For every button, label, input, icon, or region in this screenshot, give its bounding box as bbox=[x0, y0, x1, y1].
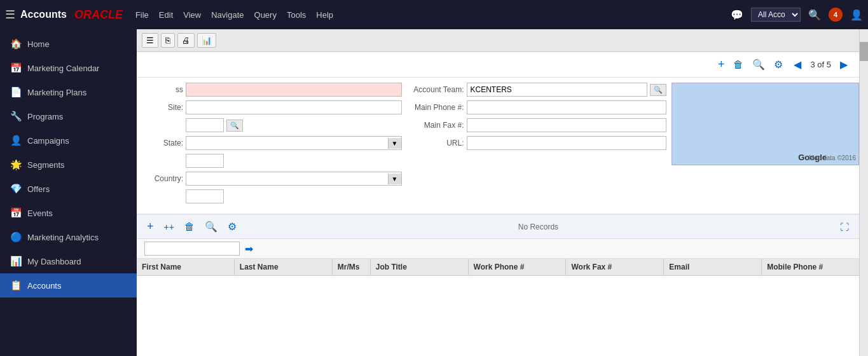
lookup-input[interactable] bbox=[186, 118, 224, 132]
form-toolbar: ☰ ⎘ 🖨 📊 bbox=[137, 29, 859, 52]
main-phone-row: Main Phone #: bbox=[407, 100, 667, 114]
contact-fields: Account Team: 🔍 Main Phone #: Main Fax #… bbox=[407, 83, 672, 207]
toolbar-chart-btn[interactable]: 📊 bbox=[197, 33, 216, 48]
url-input[interactable] bbox=[467, 136, 667, 150]
user-icon[interactable]: 👤 bbox=[850, 9, 863, 21]
sidebar-item-events[interactable]: 📅 Events bbox=[0, 201, 137, 225]
sidebar-item-campaigns[interactable]: 👤 Campaigns bbox=[0, 128, 137, 153]
add-record-btn[interactable]: + bbox=[716, 56, 727, 73]
sidebar: 🏠 Home 📅 Marketing Calendar 📄 Marketing … bbox=[0, 29, 137, 356]
menu-edit[interactable]: Edit bbox=[159, 10, 173, 20]
country-dropdown-arrow[interactable]: ▼ bbox=[388, 174, 401, 184]
chat-icon[interactable]: 💬 bbox=[731, 9, 743, 21]
sidebar-home-label: Home bbox=[27, 39, 50, 49]
extra2-row bbox=[142, 189, 402, 203]
site-input[interactable] bbox=[186, 100, 402, 114]
sidebar-item-home[interactable]: 🏠 Home bbox=[0, 32, 137, 56]
settings-record-btn[interactable]: ⚙ bbox=[772, 57, 785, 72]
state-input[interactable] bbox=[186, 137, 388, 149]
menu-navigate[interactable]: Navigate bbox=[211, 10, 244, 20]
sidebar-item-accounts[interactable]: 📋 Accounts bbox=[0, 273, 137, 298]
accounts-icon: 📋 bbox=[10, 280, 22, 291]
topbar-right: 💬 All Acco 🔍 4 👤 bbox=[731, 8, 863, 22]
contacts-add-more-btn[interactable]: ++ bbox=[162, 221, 177, 233]
state-dropdown-arrow[interactable]: ▼ bbox=[388, 138, 401, 149]
main-fax-row: Main Fax #: bbox=[407, 118, 667, 132]
sidebar-marketing-plans-label: Marketing Plans bbox=[27, 88, 86, 97]
col-header-job-title: Job Title bbox=[371, 259, 469, 275]
main-phone-input[interactable] bbox=[467, 100, 667, 114]
country-field-row: Country: ▼ bbox=[142, 172, 402, 186]
menu-file[interactable]: File bbox=[135, 10, 149, 20]
contacts-settings-btn[interactable]: ⚙ bbox=[225, 219, 239, 234]
menu-help[interactable]: Help bbox=[316, 10, 333, 20]
sidebar-offers-label: Offers bbox=[27, 184, 50, 194]
col-header-first-name: First Name bbox=[137, 259, 235, 275]
menu-view[interactable]: View bbox=[183, 10, 201, 20]
contacts-expand-btn[interactable]: ⛶ bbox=[837, 221, 851, 233]
app-title: Accounts bbox=[20, 9, 67, 20]
contacts-nav-btn[interactable]: ➡ bbox=[245, 243, 253, 255]
sidebar-my-dashboard-label: My Dashboard bbox=[27, 257, 81, 266]
campaigns-icon: 👤 bbox=[10, 135, 22, 146]
menu-query[interactable]: Query bbox=[254, 10, 277, 20]
address-input[interactable] bbox=[186, 83, 402, 97]
notification-badge[interactable]: 4 bbox=[829, 8, 843, 22]
state-field-row: State: ▼ bbox=[142, 136, 402, 150]
next-record-btn[interactable]: ▶ bbox=[836, 57, 851, 72]
events-icon: 📅 bbox=[10, 207, 22, 219]
sidebar-item-marketing-plans[interactable]: 📄 Marketing Plans bbox=[0, 80, 137, 104]
contacts-search-row: ➡ bbox=[137, 239, 859, 259]
main-fax-input[interactable] bbox=[467, 118, 667, 132]
oracle-logo: ORACLE bbox=[74, 8, 123, 22]
toolbar-print-btn[interactable]: 🖨 bbox=[177, 33, 195, 48]
segments-icon: 🌟 bbox=[10, 159, 22, 170]
contacts-delete-btn[interactable]: 🗑 bbox=[182, 220, 197, 234]
no-records-label: No Records bbox=[518, 222, 558, 231]
col-header-email: Email bbox=[664, 259, 762, 275]
extra-input[interactable] bbox=[186, 154, 224, 168]
account-team-input[interactable] bbox=[467, 83, 648, 97]
search-record-btn[interactable]: 🔍 bbox=[750, 57, 767, 72]
address-fields: ss Site: 🔍 State: bbox=[142, 83, 407, 207]
toolbar-copy-btn[interactable]: ⎘ bbox=[161, 33, 175, 48]
analytics-icon: 🔵 bbox=[10, 231, 22, 243]
toolbar-list-btn[interactable]: ☰ bbox=[142, 33, 158, 48]
extra2-input[interactable] bbox=[186, 189, 224, 203]
col-header-last-name: Last Name bbox=[235, 259, 333, 275]
lookup-icon-btn[interactable]: 🔍 bbox=[226, 120, 243, 132]
sidebar-item-segments[interactable]: 🌟 Segments bbox=[0, 153, 137, 177]
col-header-mrms: Mr/Ms bbox=[333, 259, 371, 275]
sidebar-marketing-analytics-label: Marketing Analytics bbox=[27, 233, 99, 242]
prev-record-btn[interactable]: ◀ bbox=[790, 57, 805, 72]
menu-tools[interactable]: Tools bbox=[287, 10, 306, 20]
contacts-section: + ++ 🗑 🔍 ⚙ No Records ⛶ ➡ First Name Las… bbox=[137, 214, 859, 276]
vertical-scrollbar[interactable] bbox=[859, 29, 868, 356]
sidebar-item-marketing-analytics[interactable]: 🔵 Marketing Analytics bbox=[0, 225, 137, 249]
global-search-icon[interactable]: 🔍 bbox=[808, 9, 821, 21]
country-input[interactable] bbox=[186, 172, 388, 185]
delete-record-btn[interactable]: 🗑 bbox=[731, 57, 745, 72]
record-nav: + 🗑 🔍 ⚙ ◀ 3 of 5 ▶ bbox=[137, 52, 859, 78]
sidebar-item-my-dashboard[interactable]: 📊 My Dashboard bbox=[0, 249, 137, 273]
topbar: ☰ Accounts ORACLE File Edit View Navigat… bbox=[0, 0, 868, 29]
state-row: Site: bbox=[142, 100, 402, 114]
calendar-icon: 📅 bbox=[10, 62, 22, 74]
sidebar-marketing-calendar-label: Marketing Calendar bbox=[27, 64, 99, 73]
contacts-toolbar: + ++ 🗑 🔍 ⚙ No Records ⛶ bbox=[137, 215, 859, 239]
home-icon: 🏠 bbox=[10, 38, 22, 50]
hamburger-menu-icon[interactable]: ☰ bbox=[5, 8, 15, 22]
map-container: Google Map data ©2016 bbox=[672, 83, 859, 207]
sidebar-events-label: Events bbox=[27, 209, 53, 218]
contacts-add-btn[interactable]: + bbox=[144, 219, 156, 235]
sidebar-item-marketing-calendar[interactable]: 📅 Marketing Calendar bbox=[0, 56, 137, 80]
country-label: Country: bbox=[142, 174, 183, 183]
account-team-lookup-btn[interactable]: 🔍 bbox=[650, 84, 666, 96]
contacts-search-input[interactable] bbox=[144, 242, 240, 256]
scrollbar-thumb[interactable] bbox=[860, 42, 868, 61]
account-dropdown[interactable]: All Acco bbox=[751, 8, 801, 22]
contacts-search-btn[interactable]: 🔍 bbox=[202, 219, 220, 234]
sidebar-item-offers[interactable]: 💎 Offers bbox=[0, 177, 137, 201]
sidebar-item-programs[interactable]: 🔧 Programs bbox=[0, 104, 137, 128]
form-fields-section: ss Site: 🔍 State: bbox=[137, 78, 859, 212]
